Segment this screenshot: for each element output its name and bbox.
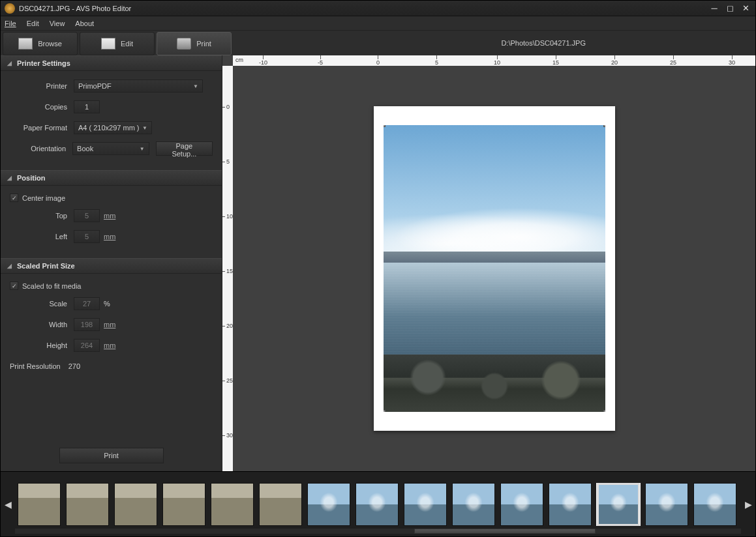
app-icon bbox=[5, 3, 15, 14]
paper-format-value: A4 ( 210x297 mm ) bbox=[78, 124, 140, 132]
orientation-value: Book bbox=[77, 145, 93, 152]
ruler-tick: 15 bbox=[222, 268, 233, 274]
thumbnail[interactable] bbox=[355, 483, 399, 526]
tab-browse[interactable]: Browse bbox=[3, 32, 78, 55]
thumbnail[interactable] bbox=[404, 483, 447, 526]
menu-about[interactable]: About bbox=[75, 20, 94, 27]
width-unit[interactable]: mm bbox=[104, 321, 115, 328]
filmstrip: ◀ ▶ bbox=[1, 471, 755, 536]
page-setup-button[interactable]: Page Setup... bbox=[156, 141, 213, 156]
scrollbar-thumb[interactable] bbox=[414, 529, 596, 534]
width-label: Width bbox=[10, 321, 67, 328]
thumbnail[interactable] bbox=[18, 483, 61, 526]
close-button[interactable]: ✕ bbox=[740, 3, 751, 14]
thumbnail[interactable] bbox=[693, 483, 736, 526]
tab-print-label: Print bbox=[196, 40, 211, 48]
menu-view[interactable]: View bbox=[50, 20, 65, 27]
collapse-icon: ◢ bbox=[7, 60, 12, 66]
ruler-tick: 30 bbox=[222, 432, 233, 439]
copies-label: Copies bbox=[10, 103, 67, 111]
printer-value: PrimoPDF bbox=[78, 82, 112, 90]
center-image-checkbox[interactable]: ✓ bbox=[10, 194, 18, 202]
thumbnail[interactable] bbox=[597, 483, 640, 526]
ruler-tick: 0 bbox=[376, 55, 380, 66]
ruler-tick: 10 bbox=[222, 213, 233, 220]
filmstrip-prev-button[interactable]: ◀ bbox=[1, 472, 15, 536]
scaled-fit-checkbox[interactable]: ✓ bbox=[10, 282, 18, 290]
height-unit[interactable]: mm bbox=[104, 341, 115, 349]
thumbnail[interactable] bbox=[645, 483, 688, 526]
left-unit[interactable]: mm bbox=[104, 233, 115, 240]
edit-icon bbox=[101, 38, 115, 50]
thumbnail[interactable] bbox=[500, 483, 543, 526]
print-resolution-label: Print Resolution bbox=[10, 362, 61, 370]
copies-input[interactable] bbox=[74, 100, 100, 113]
thumbnail[interactable] bbox=[307, 483, 350, 526]
window-title: DSC04271.JPG - AVS Photo Editor bbox=[19, 5, 708, 12]
ruler-tick: 20 bbox=[611, 55, 618, 66]
section-position[interactable]: ◢ Position bbox=[1, 170, 222, 186]
scale-input bbox=[74, 297, 100, 310]
ruler-tick: 5 bbox=[435, 55, 438, 66]
tab-browse-label: Browse bbox=[38, 40, 62, 48]
filmstrip-next-button[interactable]: ▶ bbox=[741, 472, 755, 536]
thumbnail[interactable] bbox=[259, 483, 302, 526]
left-input bbox=[74, 230, 100, 243]
resize-handle[interactable] bbox=[603, 410, 605, 412]
top-unit[interactable]: mm bbox=[104, 212, 115, 220]
thumbnail[interactable] bbox=[211, 483, 254, 526]
resize-handle[interactable] bbox=[384, 410, 386, 412]
thumbnail[interactable] bbox=[114, 483, 157, 526]
scale-unit: % bbox=[104, 300, 110, 308]
scaled-fit-label: Scaled to fit media bbox=[22, 282, 82, 290]
page-preview bbox=[374, 106, 615, 431]
mode-tabs: Browse Edit Print bbox=[1, 31, 232, 55]
printer-dropdown[interactable]: PrimoPDF ▼ bbox=[74, 80, 203, 93]
file-path: D:\Photos\DSC04271.JPG bbox=[501, 39, 755, 47]
print-preview-area: cm -10-5051015202530 051015202530 bbox=[222, 55, 755, 471]
tab-edit[interactable]: Edit bbox=[80, 32, 155, 55]
thumbnail[interactable] bbox=[452, 483, 495, 526]
titlebar: DSC04271.JPG - AVS Photo Editor ─ ◻ ✕ bbox=[1, 1, 755, 16]
menubar: File Edit View About bbox=[1, 16, 755, 31]
filmstrip-scrollbar[interactable] bbox=[15, 529, 741, 534]
collapse-icon: ◢ bbox=[7, 175, 12, 181]
ruler-tick: 20 bbox=[222, 323, 233, 329]
ruler-horizontal: cm -10-5051015202530 bbox=[233, 55, 755, 66]
photo-preview[interactable] bbox=[384, 125, 605, 412]
height-input bbox=[74, 339, 100, 352]
ruler-tick: 25 bbox=[670, 55, 676, 66]
menu-file[interactable]: File bbox=[5, 20, 16, 27]
width-input bbox=[74, 318, 100, 331]
tab-print[interactable]: Print bbox=[157, 32, 232, 55]
settings-sidebar: ◢ Printer Settings Printer PrimoPDF ▼ Co… bbox=[1, 55, 222, 471]
thumbnail[interactable] bbox=[66, 483, 109, 526]
print-button[interactable]: Print bbox=[59, 448, 164, 463]
height-label: Height bbox=[10, 341, 67, 349]
resize-handle[interactable] bbox=[603, 125, 605, 127]
orientation-dropdown[interactable]: Book ▼ bbox=[72, 142, 149, 155]
print-resolution-value: 270 bbox=[68, 362, 80, 370]
section-printer-settings[interactable]: ◢ Printer Settings bbox=[1, 55, 222, 71]
section-scaled-print-size[interactable]: ◢ Scaled Print Size bbox=[1, 258, 222, 274]
top-label: Top bbox=[10, 212, 67, 220]
section-title: Scaled Print Size bbox=[17, 262, 75, 270]
collapse-icon: ◢ bbox=[7, 263, 12, 269]
paper-format-dropdown[interactable]: A4 ( 210x297 mm ) ▼ bbox=[74, 121, 152, 134]
maximize-button[interactable]: ◻ bbox=[724, 3, 736, 14]
ruler-tick: 5 bbox=[222, 158, 230, 165]
left-label: Left bbox=[10, 233, 67, 240]
menu-edit[interactable]: Edit bbox=[27, 20, 39, 27]
tab-edit-label: Edit bbox=[121, 40, 133, 48]
section-title: Position bbox=[17, 174, 45, 182]
minimize-button[interactable]: ─ bbox=[708, 3, 720, 14]
thumbnail[interactable] bbox=[549, 483, 592, 526]
thumbnail[interactable] bbox=[162, 483, 205, 526]
ruler-tick: 10 bbox=[494, 55, 500, 66]
thumbnails bbox=[15, 483, 741, 526]
chevron-down-icon: ▼ bbox=[140, 146, 145, 152]
scale-label: Scale bbox=[10, 300, 67, 308]
section-title: Printer Settings bbox=[17, 59, 70, 67]
resize-handle[interactable] bbox=[384, 125, 386, 127]
chevron-down-icon: ▼ bbox=[142, 125, 147, 131]
